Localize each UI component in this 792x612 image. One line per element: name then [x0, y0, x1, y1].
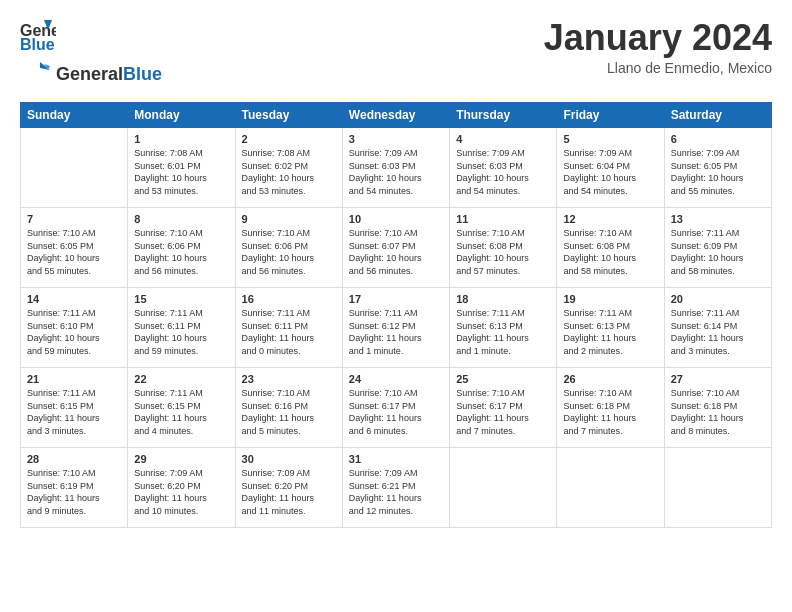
day-info: Sunrise: 7:11 AM Sunset: 6:15 PM Dayligh…	[27, 387, 121, 437]
day-info: Sunrise: 7:10 AM Sunset: 6:06 PM Dayligh…	[242, 227, 336, 277]
day-number: 10	[349, 213, 443, 225]
day-info: Sunrise: 7:11 AM Sunset: 6:11 PM Dayligh…	[242, 307, 336, 357]
calendar-cell: 15Sunrise: 7:11 AM Sunset: 6:11 PM Dayli…	[128, 288, 235, 368]
calendar-cell: 3Sunrise: 7:09 AM Sunset: 6:03 PM Daylig…	[342, 128, 449, 208]
day-info: Sunrise: 7:11 AM Sunset: 6:14 PM Dayligh…	[671, 307, 765, 357]
day-number: 3	[349, 133, 443, 145]
calendar-header: Sunday Monday Tuesday Wednesday Thursday…	[21, 103, 772, 128]
calendar-cell: 16Sunrise: 7:11 AM Sunset: 6:11 PM Dayli…	[235, 288, 342, 368]
day-info: Sunrise: 7:10 AM Sunset: 6:06 PM Dayligh…	[134, 227, 228, 277]
day-number: 14	[27, 293, 121, 305]
calendar-cell	[21, 128, 128, 208]
day-number: 15	[134, 293, 228, 305]
calendar-cell: 22Sunrise: 7:11 AM Sunset: 6:15 PM Dayli…	[128, 368, 235, 448]
day-info: Sunrise: 7:11 AM Sunset: 6:09 PM Dayligh…	[671, 227, 765, 277]
day-number: 4	[456, 133, 550, 145]
day-number: 26	[563, 373, 657, 385]
calendar-cell: 6Sunrise: 7:09 AM Sunset: 6:05 PM Daylig…	[664, 128, 771, 208]
calendar-cell: 9Sunrise: 7:10 AM Sunset: 6:06 PM Daylig…	[235, 208, 342, 288]
header-monday: Monday	[128, 103, 235, 128]
month-title: January 2024	[544, 18, 772, 58]
day-info: Sunrise: 7:09 AM Sunset: 6:20 PM Dayligh…	[134, 467, 228, 517]
day-info: Sunrise: 7:09 AM Sunset: 6:20 PM Dayligh…	[242, 467, 336, 517]
day-info: Sunrise: 7:11 AM Sunset: 6:13 PM Dayligh…	[456, 307, 550, 357]
calendar-cell	[450, 448, 557, 528]
calendar-week-3: 14Sunrise: 7:11 AM Sunset: 6:10 PM Dayli…	[21, 288, 772, 368]
day-number: 8	[134, 213, 228, 225]
day-info: Sunrise: 7:10 AM Sunset: 6:08 PM Dayligh…	[456, 227, 550, 277]
calendar-cell: 30Sunrise: 7:09 AM Sunset: 6:20 PM Dayli…	[235, 448, 342, 528]
header-tuesday: Tuesday	[235, 103, 342, 128]
header-friday: Friday	[557, 103, 664, 128]
day-info: Sunrise: 7:10 AM Sunset: 6:08 PM Dayligh…	[563, 227, 657, 277]
day-number: 11	[456, 213, 550, 225]
calendar-cell: 28Sunrise: 7:10 AM Sunset: 6:19 PM Dayli…	[21, 448, 128, 528]
day-info: Sunrise: 7:10 AM Sunset: 6:17 PM Dayligh…	[456, 387, 550, 437]
location-subtitle: Llano de Enmedio, Mexico	[544, 60, 772, 76]
calendar-cell: 25Sunrise: 7:10 AM Sunset: 6:17 PM Dayli…	[450, 368, 557, 448]
day-number: 1	[134, 133, 228, 145]
day-number: 5	[563, 133, 657, 145]
day-info: Sunrise: 7:10 AM Sunset: 6:18 PM Dayligh…	[671, 387, 765, 437]
calendar-cell: 13Sunrise: 7:11 AM Sunset: 6:09 PM Dayli…	[664, 208, 771, 288]
title-block: January 2024 Llano de Enmedio, Mexico	[544, 18, 772, 76]
day-info: Sunrise: 7:10 AM Sunset: 6:05 PM Dayligh…	[27, 227, 121, 277]
calendar-cell: 24Sunrise: 7:10 AM Sunset: 6:17 PM Dayli…	[342, 368, 449, 448]
header: General Blue GeneralBlue	[20, 18, 772, 90]
day-info: Sunrise: 7:09 AM Sunset: 6:21 PM Dayligh…	[349, 467, 443, 517]
calendar-cell: 17Sunrise: 7:11 AM Sunset: 6:12 PM Dayli…	[342, 288, 449, 368]
day-number: 7	[27, 213, 121, 225]
calendar-week-1: 1Sunrise: 7:08 AM Sunset: 6:01 PM Daylig…	[21, 128, 772, 208]
day-number: 29	[134, 453, 228, 465]
calendar-week-5: 28Sunrise: 7:10 AM Sunset: 6:19 PM Dayli…	[21, 448, 772, 528]
calendar-week-2: 7Sunrise: 7:10 AM Sunset: 6:05 PM Daylig…	[21, 208, 772, 288]
logo-blue-text: Blue	[123, 64, 162, 84]
day-number: 25	[456, 373, 550, 385]
day-number: 30	[242, 453, 336, 465]
day-info: Sunrise: 7:08 AM Sunset: 6:02 PM Dayligh…	[242, 147, 336, 197]
calendar-cell: 1Sunrise: 7:08 AM Sunset: 6:01 PM Daylig…	[128, 128, 235, 208]
day-info: Sunrise: 7:10 AM Sunset: 6:07 PM Dayligh…	[349, 227, 443, 277]
calendar-week-4: 21Sunrise: 7:11 AM Sunset: 6:15 PM Dayli…	[21, 368, 772, 448]
calendar-cell: 26Sunrise: 7:10 AM Sunset: 6:18 PM Dayli…	[557, 368, 664, 448]
day-info: Sunrise: 7:09 AM Sunset: 6:05 PM Dayligh…	[671, 147, 765, 197]
header-sunday: Sunday	[21, 103, 128, 128]
calendar-cell: 23Sunrise: 7:10 AM Sunset: 6:16 PM Dayli…	[235, 368, 342, 448]
day-info: Sunrise: 7:10 AM Sunset: 6:18 PM Dayligh…	[563, 387, 657, 437]
page-container: General Blue GeneralBlue	[0, 0, 792, 538]
calendar-cell: 10Sunrise: 7:10 AM Sunset: 6:07 PM Dayli…	[342, 208, 449, 288]
logo: General Blue GeneralBlue	[20, 18, 162, 90]
day-info: Sunrise: 7:11 AM Sunset: 6:10 PM Dayligh…	[27, 307, 121, 357]
day-info: Sunrise: 7:11 AM Sunset: 6:13 PM Dayligh…	[563, 307, 657, 357]
day-number: 12	[563, 213, 657, 225]
header-wednesday: Wednesday	[342, 103, 449, 128]
header-thursday: Thursday	[450, 103, 557, 128]
day-number: 28	[27, 453, 121, 465]
day-info: Sunrise: 7:11 AM Sunset: 6:15 PM Dayligh…	[134, 387, 228, 437]
logo-icon: General Blue	[20, 18, 56, 58]
day-info: Sunrise: 7:09 AM Sunset: 6:04 PM Dayligh…	[563, 147, 657, 197]
day-number: 27	[671, 373, 765, 385]
day-info: Sunrise: 7:11 AM Sunset: 6:12 PM Dayligh…	[349, 307, 443, 357]
day-number: 13	[671, 213, 765, 225]
calendar-cell: 11Sunrise: 7:10 AM Sunset: 6:08 PM Dayli…	[450, 208, 557, 288]
day-info: Sunrise: 7:10 AM Sunset: 6:16 PM Dayligh…	[242, 387, 336, 437]
calendar-cell: 20Sunrise: 7:11 AM Sunset: 6:14 PM Dayli…	[664, 288, 771, 368]
day-info: Sunrise: 7:10 AM Sunset: 6:17 PM Dayligh…	[349, 387, 443, 437]
day-number: 6	[671, 133, 765, 145]
calendar-cell: 31Sunrise: 7:09 AM Sunset: 6:21 PM Dayli…	[342, 448, 449, 528]
svg-text:Blue: Blue	[20, 36, 55, 53]
header-row: Sunday Monday Tuesday Wednesday Thursday…	[21, 103, 772, 128]
day-number: 31	[349, 453, 443, 465]
calendar-cell: 29Sunrise: 7:09 AM Sunset: 6:20 PM Dayli…	[128, 448, 235, 528]
calendar-cell: 14Sunrise: 7:11 AM Sunset: 6:10 PM Dayli…	[21, 288, 128, 368]
calendar-cell: 12Sunrise: 7:10 AM Sunset: 6:08 PM Dayli…	[557, 208, 664, 288]
calendar-cell: 7Sunrise: 7:10 AM Sunset: 6:05 PM Daylig…	[21, 208, 128, 288]
calendar-cell: 19Sunrise: 7:11 AM Sunset: 6:13 PM Dayli…	[557, 288, 664, 368]
calendar-cell: 18Sunrise: 7:11 AM Sunset: 6:13 PM Dayli…	[450, 288, 557, 368]
logo-general-text: General	[56, 64, 123, 84]
calendar-body: 1Sunrise: 7:08 AM Sunset: 6:01 PM Daylig…	[21, 128, 772, 528]
day-info: Sunrise: 7:09 AM Sunset: 6:03 PM Dayligh…	[456, 147, 550, 197]
day-info: Sunrise: 7:09 AM Sunset: 6:03 PM Dayligh…	[349, 147, 443, 197]
calendar-cell: 4Sunrise: 7:09 AM Sunset: 6:03 PM Daylig…	[450, 128, 557, 208]
